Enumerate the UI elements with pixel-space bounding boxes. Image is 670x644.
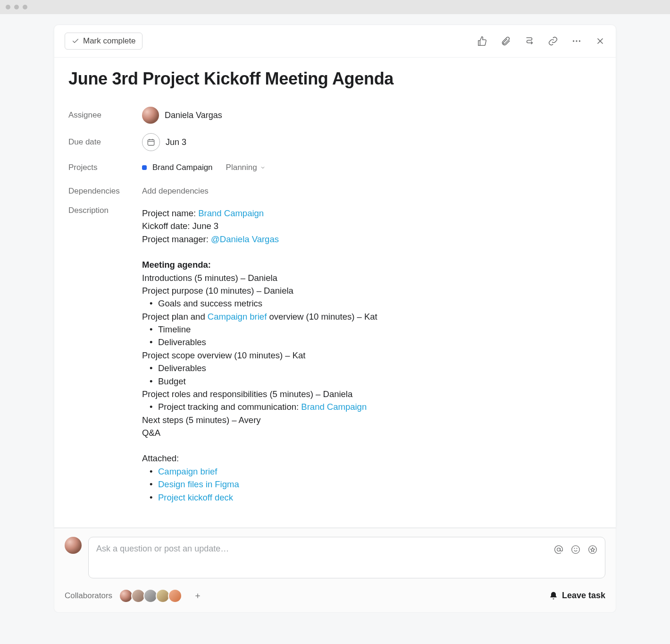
project-section-select[interactable]: Planning — [226, 163, 266, 172]
avatar — [142, 107, 159, 124]
desc-bullet: Campaign brief — [142, 465, 377, 478]
dependencies-label: Dependencies — [68, 186, 142, 196]
plus-icon — [194, 592, 201, 600]
traffic-max-icon[interactable] — [23, 5, 27, 9]
subtask-icon[interactable] — [524, 36, 535, 46]
campaign-brief-link[interactable]: Campaign brief — [208, 312, 267, 322]
more-icon[interactable] — [571, 36, 582, 46]
traffic-close-icon[interactable] — [6, 5, 10, 9]
assignee-label: Assignee — [68, 110, 142, 120]
collaborators-label: Collaborators — [65, 591, 112, 601]
star-icon[interactable] — [588, 545, 597, 554]
desc-text: Project tracking and communication: — [158, 402, 301, 412]
like-icon[interactable] — [477, 36, 487, 46]
svg-point-10 — [572, 546, 580, 554]
assignee-row: Assignee Daniela Vargas — [68, 102, 602, 128]
project-status-text: Planning — [226, 163, 257, 172]
due-date-value[interactable]: Jun 3 — [142, 133, 186, 151]
add-dependencies-button[interactable]: Add dependencies — [142, 186, 209, 196]
desc-text: Project plan and — [142, 312, 208, 322]
check-icon — [72, 37, 79, 45]
emoji-icon[interactable] — [571, 545, 580, 554]
task-footer: Collaborators Leave task — [54, 528, 616, 613]
desc-text: Project scope overview (10 minutes) – Ka… — [142, 349, 377, 362]
desc-bullet: Goals and success metrics — [142, 297, 377, 310]
avatar — [65, 537, 82, 554]
desc-text: Q&A — [142, 426, 377, 439]
svg-point-11 — [574, 548, 575, 549]
link-icon[interactable] — [548, 36, 558, 46]
attachment-link[interactable]: Design files in Figma — [158, 479, 239, 489]
desc-bullet: Project kickoff deck — [142, 491, 377, 504]
traffic-min-icon[interactable] — [14, 5, 19, 9]
project-link[interactable]: Brand Campaign — [198, 208, 264, 218]
add-collaborator-button[interactable] — [192, 590, 204, 602]
comment-input[interactable] — [96, 544, 554, 554]
chevron-down-icon — [260, 165, 266, 170]
mention-link[interactable]: @Daniela Vargas — [211, 234, 279, 244]
description-label: Description — [68, 206, 142, 215]
window-chrome — [0, 0, 670, 14]
svg-marker-14 — [591, 548, 595, 551]
agenda-heading: Meeting agenda: — [142, 260, 211, 270]
due-date-label: Due date — [68, 137, 142, 147]
collaborators-list — [119, 589, 182, 603]
attachment-link[interactable]: Campaign brief — [158, 466, 217, 476]
bell-icon — [549, 591, 558, 601]
task-top-actions — [477, 36, 605, 46]
desc-bullet: Budget — [142, 375, 377, 388]
attachment-icon[interactable] — [501, 36, 511, 46]
desc-text: Next steps (5 minutes) – Avery — [142, 414, 377, 426]
svg-rect-5 — [148, 140, 154, 145]
desc-bullet: Deliverables — [142, 362, 377, 374]
attached-heading: Attached: — [142, 452, 377, 465]
projects-label: Projects — [68, 163, 142, 172]
svg-point-9 — [557, 548, 561, 551]
projects-row: Projects Brand Campaign Planning — [68, 156, 602, 179]
avatar[interactable] — [168, 589, 182, 603]
svg-point-12 — [577, 548, 577, 549]
desc-bullet: Design files in Figma — [142, 478, 377, 491]
project-link[interactable]: Brand Campaign — [301, 402, 367, 412]
project-color-icon — [142, 165, 147, 170]
desc-bullet: Project tracking and communication: Bran… — [142, 400, 377, 413]
desc-bullet: Deliverables — [142, 336, 377, 348]
desc-text: Introductions (5 minutes) – Daniela — [142, 271, 377, 284]
due-date-text: Jun 3 — [166, 137, 186, 147]
desc-text: Project roles and responsibilities (5 mi… — [142, 388, 377, 400]
desc-text: overview (10 minutes) – Kat — [267, 312, 377, 322]
at-mention-icon[interactable] — [554, 545, 563, 554]
leave-task-button[interactable]: Leave task — [549, 591, 605, 601]
calendar-icon — [142, 133, 160, 151]
dependencies-row: Dependencies Add dependencies — [68, 179, 602, 203]
comment-box[interactable] — [88, 537, 605, 578]
mark-complete-label: Mark complete — [83, 36, 135, 46]
due-date-row: Due date Jun 3 — [68, 128, 602, 156]
assignee-name: Daniela Vargas — [165, 110, 222, 120]
project-name[interactable]: Brand Campaign — [152, 163, 213, 172]
desc-text: Kickoff date: June 3 — [142, 220, 377, 232]
desc-text: Project purpose (10 minutes) – Daniela — [142, 284, 377, 297]
leave-task-label: Leave task — [562, 591, 605, 601]
desc-text: Project name: — [142, 208, 198, 218]
svg-point-2 — [579, 40, 580, 42]
assignee-value[interactable]: Daniela Vargas — [142, 107, 222, 124]
description-body[interactable]: Project name: Brand Campaign Kickoff dat… — [142, 206, 377, 504]
task-detail-panel: Mark complete — [54, 25, 616, 528]
svg-point-1 — [576, 40, 577, 42]
svg-point-0 — [573, 40, 574, 42]
close-icon[interactable] — [595, 36, 605, 46]
mark-complete-button[interactable]: Mark complete — [65, 33, 142, 50]
description-row: Description Project name: Brand Campaign… — [68, 203, 602, 508]
desc-text: Project manager: — [142, 234, 211, 244]
desc-bullet: Timeline — [142, 323, 377, 336]
attachment-link[interactable]: Project kickoff deck — [158, 492, 233, 502]
task-title[interactable]: June 3rd Project Kickoff Meeting Agenda — [68, 69, 602, 89]
